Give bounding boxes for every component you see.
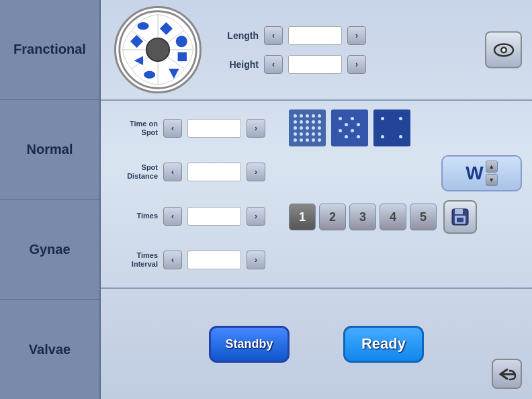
fractional-wheel	[114, 6, 202, 93]
svg-point-7	[137, 22, 148, 30]
length-label: Length	[218, 30, 259, 41]
save-icon	[451, 208, 470, 226]
times-interval-decrease-button[interactable]: ‹	[163, 251, 182, 269]
number-button-3[interactable]: 3	[349, 204, 376, 230]
svg-point-12	[502, 48, 505, 52]
height-label: Height	[218, 59, 259, 70]
back-button[interactable]	[492, 359, 522, 389]
pattern-row	[289, 109, 522, 146]
times-label: Times	[111, 212, 158, 220]
svg-point-8	[146, 38, 169, 61]
number-button-5[interactable]: 5	[410, 204, 437, 230]
length-row: Length ‹ ›	[218, 26, 522, 45]
ready-button[interactable]: Ready	[343, 326, 424, 363]
time-on-spot-decrease-button[interactable]: ‹	[163, 119, 182, 138]
height-increase-button[interactable]: ›	[347, 55, 366, 74]
spot-distance-row: SpotDistance ‹ ›	[111, 163, 279, 181]
eye-icon	[493, 42, 515, 57]
sidebar-item-valvae[interactable]: Valvae	[0, 300, 99, 399]
pattern-button-1[interactable]	[289, 109, 326, 146]
svg-rect-14	[455, 209, 463, 214]
svg-point-4	[144, 71, 155, 78]
w-decrease-button[interactable]: ▼	[486, 174, 498, 186]
pattern-icon-2	[339, 117, 361, 139]
times-interval-increase-button[interactable]: ›	[247, 251, 265, 269]
sidebar-item-normal[interactable]: Normal	[0, 100, 99, 200]
times-interval-row: TimesInterval ‹ ›	[111, 251, 279, 269]
number-row: 1 2 3 4 5	[289, 200, 522, 234]
times-increase-button[interactable]: ›	[247, 207, 265, 226]
w-display: W	[466, 163, 483, 184]
standby-button[interactable]: Standby	[209, 326, 290, 363]
times-input[interactable]	[187, 207, 241, 226]
w-increase-button[interactable]: ▲	[486, 161, 498, 173]
number-button-2[interactable]: 2	[319, 204, 346, 230]
spot-distance-increase-button[interactable]: ›	[247, 163, 265, 181]
times-row: Times ‹ ›	[111, 207, 279, 226]
pattern-icon-3	[381, 117, 403, 139]
spot-distance-decrease-button[interactable]: ‹	[163, 163, 182, 181]
number-button-4[interactable]: 4	[380, 204, 406, 230]
height-decrease-button[interactable]: ‹	[264, 55, 283, 74]
spot-distance-label: SpotDistance	[111, 163, 158, 181]
wheel-container	[111, 6, 205, 93]
sidebar: Franctional Normal Gynae Valvae	[0, 0, 101, 399]
svg-rect-2	[178, 52, 187, 61]
time-on-spot-label: Time onSpot	[111, 120, 158, 137]
times-interval-input[interactable]	[187, 251, 241, 269]
number-button-1[interactable]: 1	[289, 204, 316, 230]
pattern-button-3[interactable]	[373, 109, 410, 146]
time-on-spot-row: Time onSpot ‹ ›	[111, 119, 279, 138]
time-on-spot-input[interactable]	[187, 119, 241, 138]
w-arrows: ▲ ▼	[486, 160, 498, 187]
pattern-icon-1	[294, 114, 322, 142]
height-row: Height ‹ ›	[218, 55, 522, 74]
length-decrease-button[interactable]: ‹	[264, 26, 283, 45]
fractional-section: Length ‹ › Height ‹ ›	[101, 0, 532, 101]
times-interval-label: TimesInterval	[111, 251, 158, 269]
time-on-spot-increase-button[interactable]: ›	[247, 119, 265, 138]
length-value-input[interactable]	[288, 26, 342, 45]
spot-distance-input[interactable]	[187, 163, 241, 181]
bottom-section: Standby Ready	[101, 289, 532, 399]
back-icon	[498, 367, 517, 382]
sidebar-item-gynae[interactable]: Gynae	[0, 200, 99, 300]
pattern-button-2[interactable]	[331, 109, 368, 146]
svg-rect-16	[457, 218, 463, 222]
normal-section: Time onSpot ‹ › SpotDistance ‹ › Times ‹…	[101, 101, 532, 289]
normal-controls-left: Time onSpot ‹ › SpotDistance ‹ › Times ‹…	[111, 106, 279, 282]
sidebar-item-fractional[interactable]: Franctional	[0, 0, 99, 100]
save-button[interactable]	[443, 200, 477, 234]
main-content: Length ‹ › Height ‹ › Ti	[101, 0, 532, 399]
length-height-controls: Length ‹ › Height ‹ ›	[205, 26, 522, 74]
svg-point-1	[176, 36, 187, 47]
eye-button[interactable]	[485, 32, 522, 69]
length-increase-button[interactable]: ›	[347, 26, 366, 45]
normal-controls-right: W ▲ ▼ 1 2 3 4 5	[289, 106, 522, 282]
w-control: W ▲ ▼	[289, 155, 522, 191]
times-decrease-button[interactable]: ‹	[163, 207, 182, 226]
height-value-input[interactable]	[288, 55, 342, 74]
